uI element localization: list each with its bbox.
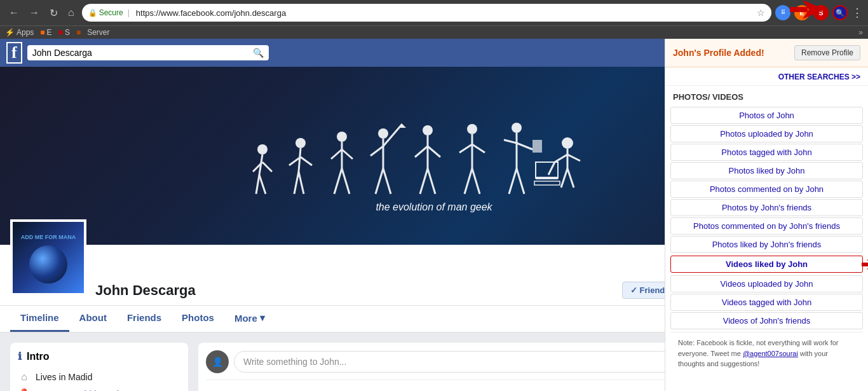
- svg-point-20: [378, 128, 388, 139]
- tab-timeline-label: Timeline: [20, 312, 59, 323]
- panel-link-2-text: Photos tagged with John: [721, 147, 811, 157]
- svg-line-51: [548, 162, 555, 175]
- browser-menu-button[interactable]: ⋮: [851, 6, 863, 20]
- intro-title: ℹ Intro: [18, 350, 180, 362]
- svg-line-41: [509, 168, 517, 194]
- refresh-button[interactable]: ↻: [46, 6, 62, 20]
- svg-line-49: [567, 168, 574, 188]
- feeling-activity-button[interactable]: 😊 Feeling/Activity: [288, 385, 381, 391]
- composer-more-button[interactable]: •••: [384, 385, 405, 391]
- red-arrow-browser-svg: [790, 0, 828, 19]
- fb-search-icon: 🔍: [253, 48, 264, 58]
- svg-line-7: [262, 162, 272, 172]
- panel-link-4[interactable]: Photos commented on by John: [670, 181, 863, 198]
- intro-from-link[interactable]: Madrid, Spain: [69, 389, 124, 392]
- svg-line-16: [334, 168, 342, 194]
- svg-line-22: [376, 168, 383, 194]
- svg-line-19: [342, 149, 353, 159]
- bookmarks-bar: ⚡ Apps ■ E ■ S ■ Server »: [0, 25, 868, 39]
- panel-note-link[interactable]: @agent007sourai: [743, 350, 798, 357]
- panel-link-6[interactable]: Photos commented on by John's friends: [670, 217, 863, 235]
- friends-check-icon: ✓: [630, 285, 637, 295]
- bookmark-apps[interactable]: ⚡ Apps: [5, 28, 34, 37]
- svg-line-36: [472, 168, 480, 194]
- panel-link-11[interactable]: Videos of John's friends: [670, 312, 863, 329]
- svg-line-17: [342, 168, 349, 194]
- bookmark-star-icon[interactable]: ☆: [757, 8, 765, 18]
- panel-link-7[interactable]: Photos liked by John's friends: [670, 236, 863, 253]
- tab-more[interactable]: More ▾: [224, 306, 275, 332]
- svg-line-9: [299, 148, 301, 172]
- composer-avatar: 👤: [206, 350, 229, 373]
- forward-button[interactable]: →: [25, 6, 43, 20]
- svg-line-38: [472, 144, 485, 153]
- panel-link-11-text: Videos of John's friends: [723, 316, 810, 326]
- panel-link-8-container: Videos liked by John: [670, 254, 863, 274]
- ext-btn-search[interactable]: 🔍: [832, 5, 848, 20]
- bookmark-s2[interactable]: ■: [76, 28, 81, 37]
- tab-friends[interactable]: Friends: [117, 306, 172, 332]
- tab-photos[interactable]: Photos: [172, 306, 224, 332]
- remove-profile-button[interactable]: Remove Profile: [794, 45, 860, 60]
- browser-toolbar: ← → ↻ ⌂ 🔒 Secure | https://www.facebook.…: [0, 0, 868, 25]
- panel-link-0-text: Photos of John: [739, 111, 794, 120]
- panel-link-7-text: Photos liked by John's friends: [712, 240, 822, 249]
- svg-point-14: [337, 132, 347, 142]
- bookmark-apps-label: Apps: [17, 28, 34, 37]
- back-button[interactable]: ←: [5, 6, 23, 20]
- intro-title-label: Intro: [27, 351, 50, 362]
- sidebar-panel: John's Profile Added! Remove Profile OTH…: [665, 39, 868, 391]
- home-button[interactable]: ⌂: [64, 6, 78, 20]
- intro-lives-text: Lives in Madid: [36, 372, 93, 382]
- fb-search-input[interactable]: [32, 48, 249, 58]
- panel-added-text: John's Profile Added!: [673, 48, 764, 58]
- fb-logo: f: [6, 42, 22, 64]
- svg-line-30: [428, 168, 435, 194]
- profile-name-area: John Descarga: [95, 282, 622, 305]
- bookmark-server[interactable]: Server: [87, 28, 109, 37]
- fb-search-bar[interactable]: 🔍: [27, 45, 269, 60]
- panel-link-10[interactable]: Videos tagged with John: [670, 294, 863, 311]
- panel-link-0[interactable]: Photos of John: [670, 107, 863, 124]
- browser-chrome: ← → ↻ ⌂ 🔒 Secure | https://www.facebook.…: [0, 0, 868, 39]
- cover-caption: the evolution of man geek: [376, 202, 492, 213]
- home-icon: ⌂: [18, 371, 31, 383]
- bookmark-e[interactable]: ■ E: [40, 28, 51, 37]
- profile-pic-text: ADD ME FOR MANA: [18, 231, 79, 244]
- panel-section-title: PHOTOS/ VIDEOS: [665, 86, 868, 106]
- bookmark-s[interactable]: ■ S: [58, 28, 70, 37]
- panel-links-scroll[interactable]: Photos of John Photos uploaded by John P…: [665, 106, 868, 391]
- secure-label: Secure: [99, 8, 123, 17]
- photo-video-button[interactable]: 📷 Photo/Video: [206, 385, 286, 391]
- tab-about[interactable]: About: [69, 306, 117, 332]
- svg-line-24: [370, 146, 383, 156]
- tab-friends-label: Friends: [127, 312, 161, 323]
- lock-icon: 🔒: [88, 9, 97, 17]
- panel-link-8[interactable]: Videos liked by John: [670, 256, 863, 273]
- ext-btn-apps[interactable]: ⠿: [775, 5, 790, 20]
- fb-container: f 🔍 👤 Home 2 👤: [0, 39, 868, 391]
- panel-link-4-text: Photos commented on by John: [710, 184, 824, 194]
- svg-point-39: [512, 123, 522, 133]
- svg-line-29: [420, 168, 428, 194]
- bookmark-e-label: E: [47, 28, 52, 37]
- address-bar[interactable]: 🔒 Secure | https://www.facebook.com/john…: [82, 4, 771, 22]
- svg-point-8: [295, 138, 306, 148]
- profile-pic-globe: [29, 245, 67, 284]
- other-searches-link[interactable]: OTHER SEARCHES >>: [778, 72, 860, 81]
- bookmark-e-icon: ■: [40, 28, 44, 37]
- panel-link-2[interactable]: Photos tagged with John: [670, 144, 863, 161]
- panel-link-9[interactable]: Videos uploaded by John: [670, 275, 863, 292]
- svg-rect-55: [534, 181, 560, 185]
- svg-rect-54: [536, 177, 558, 179]
- svg-point-2: [257, 144, 268, 154]
- panel-link-1[interactable]: Photos uploaded by John: [670, 125, 863, 142]
- panel-link-1-text: Photos uploaded by John: [720, 129, 813, 139]
- intro-lives-item: ⌂ Lives in Madid: [18, 369, 180, 385]
- svg-line-35: [465, 168, 472, 194]
- panel-link-5[interactable]: Photos by John's friends: [670, 199, 863, 216]
- panel-link-3[interactable]: Photos liked by John: [670, 162, 863, 179]
- bookmarks-chevron[interactable]: »: [858, 28, 863, 37]
- svg-line-48: [561, 168, 567, 188]
- tab-timeline[interactable]: Timeline: [10, 306, 69, 332]
